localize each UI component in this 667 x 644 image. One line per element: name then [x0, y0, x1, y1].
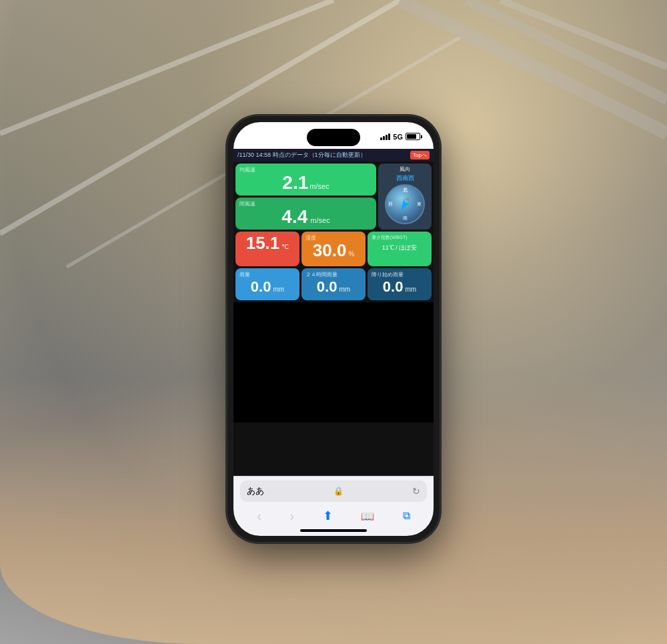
- rain1-label: 雨量: [239, 271, 295, 278]
- wind-dir-value: 西南西: [396, 174, 414, 183]
- max-wind-value-row: 4.4 m/sec: [239, 208, 372, 226]
- safari-forward-button[interactable]: ›: [284, 506, 299, 527]
- rain2-label: ２４時間雨量: [305, 271, 362, 278]
- safari-back-button[interactable]: ‹: [251, 506, 267, 527]
- header-timestamp: /11/30 14:58 時点のデータ（1分毎に自動更新）: [237, 151, 366, 159]
- battery-fill: [407, 134, 416, 139]
- app-header: /11/30 14:58 時点のデータ（1分毎に自動更新） Topへ: [233, 149, 434, 162]
- temp-cell: 15.1 ℃: [235, 232, 299, 266]
- safari-url-text: ああ: [247, 485, 264, 497]
- max-wind-cell: 間風速 4.4 m/sec: [235, 198, 376, 230]
- safari-lock-icon: 🔒: [334, 487, 344, 496]
- svg-line-3: [400, 0, 667, 133]
- wind-dir-label: 風向: [400, 166, 410, 173]
- rain1-unit: mm: [273, 286, 284, 293]
- max-wind-value: 4.4: [281, 208, 307, 226]
- network-type: 5G: [393, 133, 403, 141]
- heat-cell: 暑さ指数(WBGT) 11℃ / ほぼ安: [368, 232, 432, 266]
- safari-share-button[interactable]: ⬆: [317, 506, 338, 526]
- status-right: 5G: [380, 133, 420, 141]
- rain3-label: 降り始め雨量: [372, 271, 428, 278]
- temp-unit: ℃: [281, 243, 289, 250]
- svg-marker-7: [404, 196, 412, 202]
- rain2-unit: mm: [339, 286, 350, 293]
- rain-row: 雨量 0.0 mm ２４時間雨量 0.0 mm: [235, 268, 432, 300]
- safari-bar: ああ 🔒 ↻ ‹ › ⬆ 📖 ⧉: [233, 476, 434, 536]
- tophe-button[interactable]: Topへ: [410, 151, 430, 159]
- temp-value-row: 15.1 ℃: [239, 234, 295, 252]
- safari-url-bar[interactable]: ああ 🔒 ↻: [240, 480, 427, 502]
- phone: 14:59 5G: [227, 115, 440, 543]
- avg-wind-value-row: 2.1 m/sec: [239, 174, 372, 192]
- rain1-value-row: 0.0 mm: [239, 278, 295, 296]
- signal-bar-4: [388, 133, 390, 140]
- compass-circle: 北 南 東 西: [385, 184, 425, 224]
- avg-wind-unit: m/sec: [309, 182, 329, 190]
- heat-value: 11℃ / ほぼ安: [372, 244, 428, 252]
- climate-row: 15.1 ℃ 湿度 30.0 %: [235, 232, 432, 266]
- rain2-value-row: 0.0 mm: [305, 278, 362, 296]
- safari-toolbar: ‹ › ⬆ 📖 ⧉: [240, 506, 427, 527]
- humidity-value-row: 30.0 %: [305, 242, 362, 259]
- safari-bookmarks-button[interactable]: 📖: [356, 507, 380, 525]
- rain1-value: 0.0: [251, 278, 271, 296]
- phone-screen: 14:59 5G: [233, 122, 434, 536]
- rain3-value: 0.0: [383, 278, 404, 296]
- rain2-cell: ２４時間雨量 0.0 mm: [301, 268, 366, 300]
- signal-bars: [380, 133, 390, 140]
- svg-marker-6: [398, 200, 410, 212]
- humidity-unit: %: [348, 250, 354, 258]
- rain1-cell: 雨量 0.0 mm: [235, 268, 299, 300]
- battery-icon: [406, 133, 420, 140]
- avg-wind-value: 2.1: [282, 174, 308, 192]
- compass-container: 風向 西南西 北 南 東 西: [378, 164, 432, 230]
- dynamic-island: [307, 129, 360, 146]
- home-indicator: [300, 529, 367, 532]
- wind-row: 均風速 2.1 m/sec 間風速 4.4: [235, 164, 432, 230]
- wind-left: 均風速 2.1 m/sec 間風速 4.4: [235, 164, 376, 230]
- heat-label: 暑さ指数(WBGT): [372, 234, 428, 241]
- rain3-value-row: 0.0 mm: [372, 278, 428, 296]
- screen-content: 14:59 5G: [233, 122, 434, 536]
- humidity-value: 30.0: [313, 242, 347, 259]
- max-wind-unit: m/sec: [310, 216, 329, 224]
- safari-tabs-button[interactable]: ⧉: [398, 507, 416, 525]
- app-dark-area: [233, 302, 434, 422]
- signal-bar-3: [386, 135, 388, 140]
- rain3-cell: 降り始め雨量 0.0 mm: [368, 268, 432, 300]
- signal-bar-1: [380, 137, 382, 140]
- humidity-cell: 湿度 30.0 %: [301, 232, 366, 266]
- safari-reload-icon[interactable]: ↻: [412, 486, 420, 497]
- signal-bar-2: [383, 136, 385, 140]
- rain2-value: 0.0: [317, 278, 338, 296]
- temp-value: 15.1: [246, 234, 280, 252]
- app-area: /11/30 14:58 時点のデータ（1分毎に自動更新） Topへ 均風速 2…: [233, 149, 434, 476]
- rain3-unit: mm: [405, 286, 416, 293]
- weather-grid: 均風速 2.1 m/sec 間風速 4.4: [233, 162, 434, 302]
- avg-wind-cell: 均風速 2.1 m/sec: [235, 164, 376, 196]
